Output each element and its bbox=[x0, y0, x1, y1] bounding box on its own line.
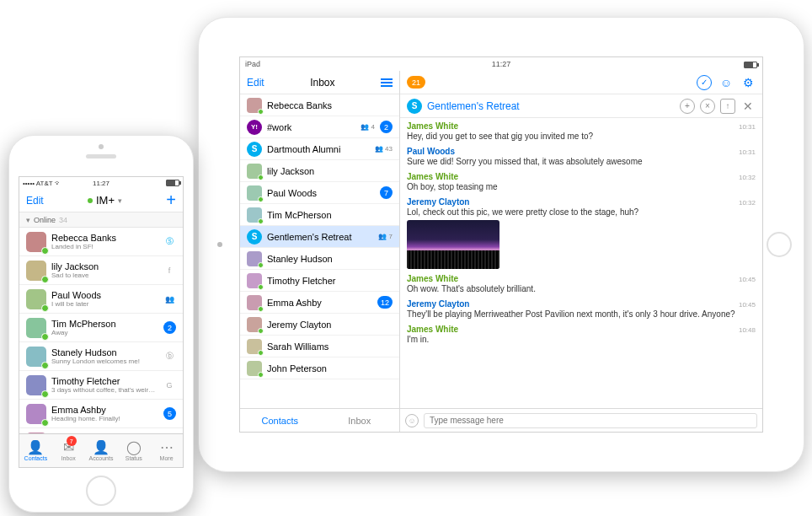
edit-button[interactable]: Edit bbox=[247, 77, 264, 89]
list-item[interactable]: Jeremy Clayton bbox=[240, 314, 399, 336]
list-item[interactable]: lily JacksonSad to leavef bbox=[19, 256, 183, 285]
conversation-scroll[interactable]: James White10:31Hey, did you get to see … bbox=[400, 118, 762, 408]
list-item[interactable]: Timothy Fletcher3 days without coffee, t… bbox=[19, 371, 183, 400]
avatar bbox=[26, 261, 46, 281]
edit-button[interactable]: Edit bbox=[26, 195, 44, 207]
emoji-icon[interactable]: ☺ bbox=[405, 414, 419, 427]
app-title[interactable]: IM+▾ bbox=[88, 194, 122, 207]
check-icon[interactable]: ✓ bbox=[697, 75, 712, 90]
list-item[interactable]: Dartmouth Alumni👥 43 bbox=[240, 138, 399, 160]
list-item[interactable]: Gentlemen's Retreat👥 7 bbox=[240, 226, 399, 248]
unread-pill[interactable]: 21 bbox=[407, 76, 425, 89]
avatar bbox=[247, 164, 262, 179]
message: James White10:31Hey, did you get to see … bbox=[407, 121, 756, 142]
unread-badge: 2 bbox=[380, 121, 393, 133]
contact-name: Timothy Fletcher bbox=[51, 376, 158, 386]
add-button[interactable]: + bbox=[166, 191, 176, 210]
avatar bbox=[247, 317, 262, 332]
avatar bbox=[247, 185, 262, 201]
list-item[interactable]: Paul WoodsI will be later👥 bbox=[19, 285, 183, 314]
ipad-home-button[interactable] bbox=[767, 232, 792, 257]
iphone-tab-bar: 👤Contacts✉Inbox7👤Accounts◯Status⋯More bbox=[19, 433, 183, 467]
tab-label: Contacts bbox=[24, 455, 48, 461]
message: James White10:48I'm in. bbox=[407, 325, 756, 345]
message-body: Oh boy, stop teasing me bbox=[407, 181, 756, 192]
avatar bbox=[26, 433, 46, 434]
unread-badge: 2 bbox=[163, 321, 176, 334]
contact-name: Stanley Hudson bbox=[267, 254, 393, 264]
mute-icon[interactable]: × bbox=[700, 99, 715, 114]
tab-status[interactable]: ◯Status bbox=[117, 434, 150, 467]
profile-icon[interactable]: ☺ bbox=[719, 75, 734, 90]
tab-contacts[interactable]: 👤Contacts bbox=[19, 434, 52, 467]
presence-dot bbox=[88, 198, 93, 203]
tab-label: Accounts bbox=[89, 455, 114, 461]
list-item[interactable]: Rebecca BanksLanded in SF!Ⓢ bbox=[19, 228, 183, 256]
contact-name: Tim McPherson bbox=[51, 319, 158, 329]
tab-more[interactable]: ⋯More bbox=[150, 434, 183, 467]
contact-name: Tim McPherson bbox=[267, 210, 393, 220]
add-icon[interactable]: + bbox=[680, 99, 695, 114]
section-count: 34 bbox=[59, 216, 67, 224]
contact-name: Dartmouth Alumni bbox=[267, 144, 366, 154]
message-image[interactable] bbox=[407, 220, 499, 269]
message-sender: Jeremy Clayton bbox=[407, 197, 469, 207]
contact-name: lily Jackson bbox=[51, 261, 158, 271]
avatar bbox=[26, 289, 46, 309]
list-item[interactable]: Tim McPherson bbox=[240, 204, 399, 226]
avatar bbox=[247, 229, 262, 245]
ipad-contact-list[interactable]: Rebecca Banks#work👥 42Dartmouth Alumni👥 … bbox=[240, 94, 399, 408]
avatar bbox=[26, 232, 46, 252]
conversation-title[interactable]: Gentlemen's Retreat bbox=[427, 100, 675, 112]
list-item[interactable]: Paul Woods7 bbox=[240, 182, 399, 204]
list-item[interactable]: Emma Ashby12 bbox=[240, 292, 399, 314]
avatar bbox=[247, 339, 262, 354]
avatar bbox=[247, 142, 262, 157]
list-item[interactable]: Rebecca Banks bbox=[240, 94, 399, 116]
section-header[interactable]: ▾ Online 34 bbox=[19, 212, 183, 228]
close-icon[interactable]: ✕ bbox=[740, 99, 756, 114]
list-item[interactable]: Emma AshbyHeading home. Finally!5 bbox=[19, 400, 183, 428]
list-item[interactable]: Timothy Fletcher bbox=[240, 270, 399, 292]
contact-status: Sad to leave bbox=[51, 271, 158, 279]
list-item[interactable]: John Peterson bbox=[240, 357, 399, 379]
ipad-sidebar: Edit Inbox Rebecca Banks#work👥 42Dartmou… bbox=[240, 71, 400, 432]
tab-inbox[interactable]: Inbox bbox=[320, 409, 400, 432]
list-item[interactable]: Stanely HudsonSunny London welcomes me!ⓑ bbox=[19, 342, 183, 371]
service-icon: G bbox=[163, 379, 176, 392]
message-time: 10:48 bbox=[739, 326, 756, 334]
tab-badge: 7 bbox=[67, 436, 77, 446]
iphone-screen: ••••• AT&T ᯤ 11:27 Edit IM+▾ + ▾ Online … bbox=[19, 176, 184, 468]
list-item[interactable]: #work👥 42 bbox=[240, 116, 399, 138]
list-item[interactable]: Tim McPhersonAway2 bbox=[19, 314, 183, 342]
message-input[interactable] bbox=[424, 413, 757, 428]
tab-accounts[interactable]: 👤Accounts bbox=[85, 434, 118, 467]
battery-icon bbox=[744, 60, 757, 68]
settings-icon[interactable]: ⚙ bbox=[740, 75, 756, 90]
service-icon: Ⓢ bbox=[163, 235, 176, 249]
iphone-home-button[interactable] bbox=[86, 476, 116, 506]
list-item[interactable]: lily Jackson bbox=[240, 160, 399, 182]
iphone-contact-list[interactable]: Rebecca BanksLanded in SF!Ⓢlily JacksonS… bbox=[19, 228, 183, 433]
contact-name: Rebecca Banks bbox=[51, 233, 158, 243]
iphone-camera bbox=[99, 144, 104, 149]
message: Jeremy Clayton10:45They'll be playing Me… bbox=[407, 299, 756, 320]
tab-inbox[interactable]: ✉Inbox7 bbox=[52, 434, 85, 467]
avatar bbox=[247, 98, 262, 113]
unread-badge: 7 bbox=[380, 186, 393, 199]
tab-contacts[interactable]: Contacts bbox=[240, 409, 320, 432]
share-icon[interactable]: ↑ bbox=[720, 99, 735, 114]
iphone-speaker bbox=[86, 154, 116, 159]
service-icon: ⓑ bbox=[163, 350, 176, 363]
ipad-sidebar-footer: Contacts Inbox bbox=[240, 408, 399, 432]
status-icon: ◯ bbox=[126, 441, 142, 454]
message-time: 10:32 bbox=[739, 199, 756, 207]
message-sender: James White bbox=[407, 172, 458, 181]
menu-icon[interactable] bbox=[381, 78, 393, 87]
list-item[interactable]: Stanley Hudson bbox=[240, 248, 399, 270]
list-item[interactable]: Sarah Williams bbox=[240, 336, 399, 357]
ipad-camera bbox=[217, 242, 222, 247]
contacts-icon: 👤 bbox=[27, 441, 44, 454]
message-time: 10:32 bbox=[739, 174, 756, 181]
avatar bbox=[26, 347, 46, 367]
